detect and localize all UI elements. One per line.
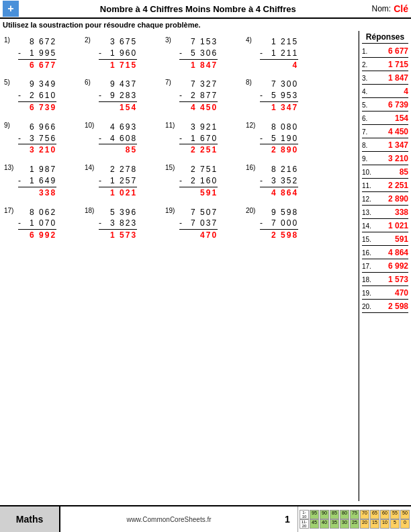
answer-9: 9. 3 210: [362, 152, 408, 165]
problem-6: 6) 9 437 -9 283 154: [85, 79, 165, 113]
answer-20: 20. 2 598: [362, 300, 408, 313]
cle-label: Clé: [394, 3, 408, 14]
header: + Nombre à 4 Chiffres Moins Nombre à 4 C…: [0, 0, 411, 19]
problem-13: 13) 1 987 -1 649 338: [4, 164, 85, 198]
problem-20: 20) 9 598 -7 000 2 598: [246, 207, 326, 241]
instruction: Utilisez la soustraction pour résoudre c…: [0, 19, 411, 31]
answer-17: 17. 6 992: [362, 260, 408, 273]
problems-area: 1) 8 672 -1 995 6 677 2) 3 675 -1 960 1 …: [0, 31, 359, 501]
score-row-1: 1-10 95 90 85 80 75 70 65 60 55 50: [300, 510, 410, 519]
worksheet-title: Nombre à 4 Chiffres Moins Nombre à 4 Chi…: [24, 4, 372, 14]
score-row-2: 11-20 45 40 35 30 25 20 15 10 5 0: [300, 519, 410, 529]
nom-label: Nom:: [372, 4, 392, 13]
problem-row-2: 5) 9 349 -2 610 6 739 6) 9 437 -9 283 15…: [4, 79, 354, 113]
problem-row-1: 1) 8 672 -1 995 6 677 2) 3 675 -1 960 1 …: [4, 36, 354, 71]
answer-11: 11. 2 251: [362, 179, 408, 192]
problem-3: 3) 7 153 -5 306 1 847: [165, 36, 246, 71]
answer-1: 1. 6 677: [362, 45, 408, 58]
problem-14: 14) 2 278 -1 257 1 021: [85, 164, 165, 198]
problem-7: 7) 7 327 -2 877 4 450: [165, 79, 246, 113]
logo-icon: +: [3, 1, 19, 17]
answer-2: 2. 1 715: [362, 58, 408, 71]
answer-18: 18. 1 573: [362, 273, 408, 286]
nom-section: Nom: Clé: [372, 3, 408, 14]
problem-row-5: 17) 8 062 -1 070 6 992 18) 5 396 -3 823 …: [4, 207, 354, 241]
problem-16: 16) 8 216 -3 352 4 864: [246, 164, 326, 198]
problem-18: 18) 5 396 -3 823 1 573: [85, 207, 165, 241]
answer-7: 7. 4 450: [362, 126, 408, 138]
footer-url: www.CommonCoreSheets.fr: [60, 506, 277, 532]
answer-10: 10. 85: [362, 166, 408, 179]
problem-5: 5) 9 349 -2 610 6 739: [4, 79, 85, 113]
answer-8: 8. 1 347: [362, 139, 408, 152]
problem-row-3: 9) 6 966 -3 756 3 210 10) 4 693 -4 608 8…: [4, 122, 354, 156]
problem-2: 2) 3 675 -1 960 1 715: [85, 36, 165, 71]
answer-16: 16. 4 864: [362, 247, 408, 259]
answers-header: Réponses: [362, 32, 408, 44]
maths-label: Maths: [0, 506, 60, 532]
score-table: 1-10 95 90 85 80 75 70 65 60 55 50 11-20…: [298, 506, 411, 532]
problem-15: 15) 2 751 -2 160 591: [165, 164, 246, 198]
answer-15: 15. 591: [362, 233, 408, 246]
problem-19: 19) 7 507 -7 037 470: [165, 207, 246, 241]
answer-19: 19. 470: [362, 287, 408, 300]
problem-10: 10) 4 693 -4 608 85: [85, 122, 165, 156]
problem-4: 4) 1 215 -1 211 4: [246, 36, 326, 71]
problem-11: 11) 3 921 -1 670 2 251: [165, 122, 246, 156]
answer-5: 5. 6 739: [362, 99, 408, 112]
problem-12: 12) 8 080 -5 190 2 890: [246, 122, 326, 156]
problem-17: 17) 8 062 -1 070 6 992: [4, 207, 85, 241]
footer: Maths www.CommonCoreSheets.fr 1 1-10 95 …: [0, 505, 411, 532]
answer-6: 6. 154: [362, 112, 408, 125]
answer-3: 3. 1 847: [362, 72, 408, 85]
answer-4: 4. 4: [362, 85, 408, 98]
problem-row-4: 13) 1 987 -1 649 338 14) 2 278 -1 257 1 …: [4, 164, 354, 198]
problem-9: 9) 6 966 -3 756 3 210: [4, 122, 85, 156]
answer-13: 13. 338: [362, 206, 408, 219]
page-number: 1: [277, 506, 298, 532]
problem-8: 8) 7 300 -5 953 1 347: [246, 79, 326, 113]
answers-column: Réponses 1. 6 677 2. 1 715 3. 1 847 4. 4…: [359, 31, 411, 501]
answer-14: 14. 1 021: [362, 220, 408, 232]
problem-1: 1) 8 672 -1 995 6 677: [4, 36, 85, 71]
answer-12: 12. 2 890: [362, 193, 408, 206]
